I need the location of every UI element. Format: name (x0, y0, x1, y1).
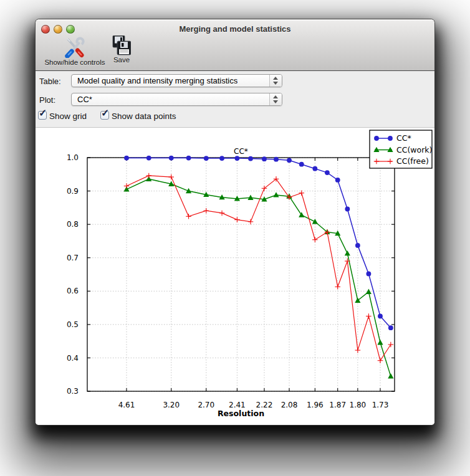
svg-text:4.61: 4.61 (118, 401, 135, 409)
chart-area: 4.613.202.702.412.222.081.961.871.801.73… (36, 128, 434, 425)
tools-icon (64, 36, 85, 58)
chart-canvas: 4.613.202.702.412.222.081.961.871.801.73… (36, 128, 434, 425)
check-icon: ✓ (39, 107, 47, 119)
svg-text:1.80: 1.80 (350, 401, 367, 409)
close-button[interactable] (41, 25, 50, 34)
popup-stepper-icon (269, 93, 282, 105)
svg-text:2.22: 2.22 (256, 401, 273, 409)
svg-text:0.9: 0.9 (67, 187, 79, 196)
table-dropdown[interactable]: Model quality and intensity merging stat… (71, 74, 282, 87)
show-data-points-label: Show data points (112, 112, 176, 121)
svg-text:0.4: 0.4 (67, 354, 79, 363)
check-icon: ✓ (101, 107, 109, 119)
window-title: Merging and model statistics (79, 24, 391, 34)
titlebar[interactable]: Merging and model statistics Show/hide c… (36, 19, 434, 71)
svg-text:1.73: 1.73 (372, 401, 389, 409)
screenshot-stage: Merging and model statistics Show/hide c… (0, 0, 470, 476)
svg-text:CC*: CC* (396, 133, 411, 143)
show-grid-checkbox[interactable]: ✓ (38, 111, 47, 120)
svg-text:1.96: 1.96 (307, 401, 324, 409)
svg-text:0.5: 0.5 (67, 320, 79, 329)
svg-text:2.08: 2.08 (281, 401, 298, 409)
svg-text:1.87: 1.87 (329, 401, 346, 409)
traffic-lights (41, 25, 75, 34)
plot-label: Plot: (39, 95, 55, 105)
show-data-points-checkbox[interactable]: ✓ (100, 111, 109, 120)
save-button[interactable]: Save (107, 36, 137, 64)
floppy-icon (112, 36, 131, 55)
zoom-button[interactable] (66, 25, 75, 34)
popup-stepper-icon (269, 75, 282, 87)
svg-text:0.7: 0.7 (67, 254, 79, 262)
svg-text:CC(free): CC(free) (396, 156, 429, 166)
svg-text:1.0: 1.0 (67, 153, 79, 162)
show-hide-controls-label: Show/hide controls (41, 59, 109, 66)
minimize-button[interactable] (54, 25, 62, 34)
app-window: Merging and model statistics Show/hide c… (36, 19, 434, 425)
svg-text:0.6: 0.6 (67, 287, 79, 295)
save-label: Save (107, 56, 137, 64)
svg-text:CC(work): CC(work) (396, 145, 432, 155)
svg-text:Resolution: Resolution (218, 409, 264, 418)
show-hide-controls-button[interactable]: Show/hide controls (41, 36, 109, 66)
plot-dropdown-value: CC* (77, 93, 92, 105)
table-dropdown-value: Model quality and intensity merging stat… (77, 75, 237, 87)
svg-text:2.41: 2.41 (229, 401, 246, 409)
show-grid-label: Show grid (49, 112, 87, 121)
svg-text:0.8: 0.8 (67, 220, 79, 229)
table-label: Table: (39, 77, 61, 86)
svg-text:CC*: CC* (234, 147, 248, 156)
svg-text:2.70: 2.70 (198, 401, 214, 409)
svg-text:0.3: 0.3 (67, 387, 79, 396)
svg-text:3.20: 3.20 (163, 401, 180, 409)
plot-dropdown[interactable]: CC* (71, 93, 282, 106)
